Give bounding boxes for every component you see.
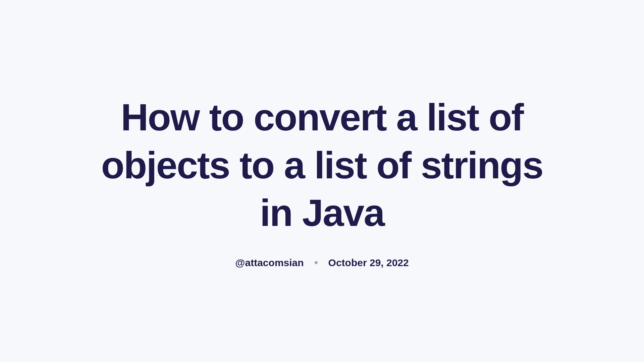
dot-separator-icon [315, 261, 318, 264]
author-handle: @attacomsian [235, 257, 304, 268]
article-title: How to convert a list of objects to a li… [87, 94, 557, 237]
article-meta: @attacomsian October 29, 2022 [235, 257, 409, 268]
publish-date: October 29, 2022 [328, 257, 409, 268]
